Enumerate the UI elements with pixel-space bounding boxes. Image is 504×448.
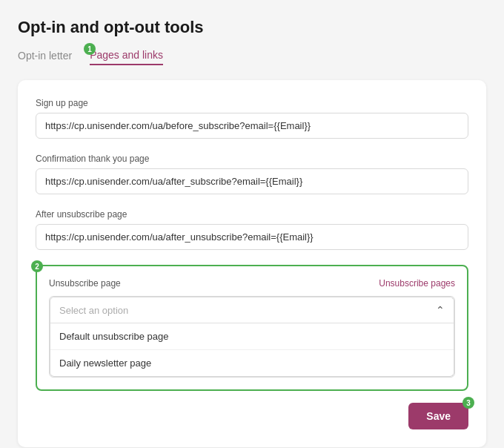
after-unsubscribe-page-input[interactable] — [36, 224, 468, 250]
save-button-wrap: 3 Save — [408, 403, 468, 429]
page-title: Opt-in and opt-out tools — [18, 18, 486, 37]
main-card: Sign up page Confirmation thank you page… — [18, 80, 486, 447]
confirmation-page-input[interactable] — [36, 168, 468, 194]
sign-up-page-group: Sign up page — [36, 98, 468, 139]
tab-pages-and-links-label: Pages and links — [90, 49, 163, 61]
tab-opt-in-letter-label: Opt-in letter — [18, 50, 72, 62]
dropdown-item-daily[interactable]: Daily newsletter page — [50, 350, 454, 376]
unsubscribe-select[interactable]: Select an option ⌃ — [50, 297, 454, 323]
unsubscribe-select-placeholder: Select an option — [59, 305, 128, 316]
unsubscribe-pages-link[interactable]: Unsubscribe pages — [379, 278, 455, 289]
after-unsubscribe-page-group: After unsubscribe page — [36, 209, 468, 250]
unsubscribe-section: 2 Unsubscribe page Unsubscribe pages Sel… — [36, 265, 468, 391]
tab-pages-and-links[interactable]: 1 Pages and links — [90, 49, 163, 65]
sign-up-page-label: Sign up page — [36, 98, 468, 108]
sign-up-page-input[interactable] — [36, 113, 468, 139]
confirmation-page-group: Confirmation thank you page — [36, 154, 468, 194]
tab-bar: Opt-in letter 1 Pages and links — [18, 49, 486, 65]
footer-row: 3 Save — [36, 403, 468, 429]
save-button-badge: 3 — [462, 397, 474, 409]
chevron-up-icon: ⌃ — [436, 304, 445, 316]
after-unsubscribe-page-label: After unsubscribe page — [36, 209, 468, 220]
save-button[interactable]: Save — [408, 403, 468, 429]
unsubscribe-dropdown-list: Default unsubscribe page Daily newslette… — [50, 323, 454, 377]
dropdown-item-default[interactable]: Default unsubscribe page — [50, 323, 454, 350]
unsubscribe-page-label: Unsubscribe page — [49, 278, 121, 289]
unsubscribe-section-header: Unsubscribe page Unsubscribe pages — [49, 278, 455, 289]
unsubscribe-select-container: Select an option ⌃ Default unsubscribe p… — [49, 296, 455, 378]
tab-opt-in-letter[interactable]: Opt-in letter — [18, 50, 72, 65]
unsubscribe-section-badge: 2 — [31, 260, 43, 272]
confirmation-page-label: Confirmation thank you page — [36, 154, 468, 164]
